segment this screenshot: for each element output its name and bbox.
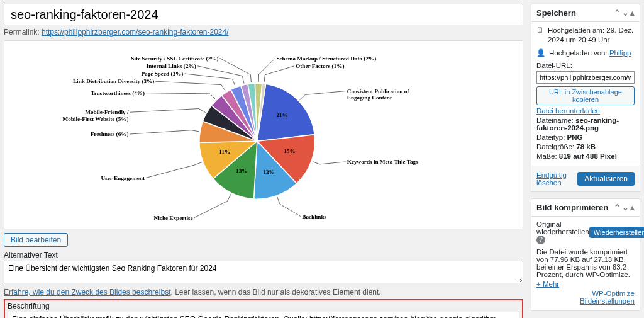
caption-input[interactable] (8, 312, 519, 318)
svg-text:User Engagement: User Engagement (101, 175, 145, 181)
delete-link[interactable]: Endgültig löschen (536, 171, 577, 186)
permalink-label: Permalink: (4, 28, 40, 37)
compress-panel-header[interactable]: Bild komprimieren ⌃⌄▴ (531, 199, 640, 217)
calendar-icon: 🗓 (536, 26, 544, 35)
svg-text:Niche Expertise: Niche Expertise (154, 215, 193, 221)
svg-text:Freshness (6%): Freshness (6%) (91, 131, 129, 137)
caption-highlighted: Beschriftung (4, 299, 523, 318)
settings-link[interactable]: WP-Optimize Bildeinstellungen (580, 290, 635, 305)
copy-url-button[interactable]: URL in Zwischenablage kopieren (536, 86, 635, 105)
chevron-down-icon[interactable]: ⌄ (622, 8, 629, 18)
svg-text:21%: 21% (276, 112, 287, 118)
permalink-url[interactable]: https://philipphirzberger.com/seo-rankin… (42, 28, 229, 37)
svg-text:13%: 13% (236, 168, 247, 174)
restore-button[interactable]: Wiederherstellen (589, 227, 644, 238)
uploader-link[interactable]: Philipp (609, 49, 631, 57)
help-icon[interactable]: ? (536, 236, 545, 244)
svg-text:13%: 13% (263, 169, 274, 175)
toggle-icon[interactable]: ▴ (630, 8, 635, 18)
svg-text:Mobile-First Website (5%): Mobile-First Website (5%) (63, 116, 129, 122)
svg-text:Engaging Content: Engaging Content (347, 94, 392, 101)
user-icon: 👤 (536, 48, 545, 58)
permalink: Permalink: https://philipphirzberger.com… (4, 28, 523, 37)
save-panel: Speichern ⌃⌄▴ 🗓Hochgeladen am: 29. Dez. … (531, 4, 640, 192)
svg-text:Link Distribution Diversity (3: Link Distribution Diversity (3%) (73, 78, 154, 84)
svg-text:Consistent Publication of: Consistent Publication of (347, 88, 409, 94)
svg-text:Schema Markup / Structured Dat: Schema Markup / Structured Data (2%) (276, 55, 376, 62)
svg-text:15%: 15% (284, 148, 295, 154)
svg-text:11%: 11% (219, 149, 230, 155)
svg-text:Other Factors (1%): Other Factors (1%) (296, 63, 344, 69)
toggle-icon[interactable]: ▴ (630, 203, 635, 212)
alt-text-help-link[interactable]: Erfahre, wie du den Zweck des Bildes bes… (4, 288, 170, 297)
attachment-image: 21%15%13%13%11%Consistent Publication of… (4, 40, 523, 229)
title-input[interactable] (4, 4, 523, 25)
svg-text:Keywords in Meta Title Tags: Keywords in Meta Title Tags (347, 159, 418, 165)
compress-panel: Bild komprimieren ⌃⌄▴ Original wiederher… (531, 198, 640, 311)
download-link[interactable]: Datei herunterladen (536, 107, 600, 115)
edit-image-button[interactable]: Bild bearbeiten (4, 233, 68, 247)
chevron-down-icon[interactable]: ⌄ (622, 203, 629, 212)
svg-text:Site Security / SSL Certificat: Site Security / SSL Certificate (2%) (131, 55, 218, 62)
chevron-up-icon[interactable]: ⌃ (614, 203, 621, 212)
save-panel-header[interactable]: Speichern ⌃⌄▴ (531, 4, 640, 22)
chevron-up-icon[interactable]: ⌃ (614, 8, 621, 18)
svg-text:Internal Links (2%): Internal Links (2%) (147, 63, 196, 69)
update-button[interactable]: Aktualisieren (577, 172, 635, 186)
file-url-input[interactable] (536, 71, 635, 84)
more-link[interactable]: + Mehr (536, 280, 559, 288)
svg-text:Mobile-Friendly /: Mobile-Friendly / (85, 109, 129, 115)
svg-text:Backlinks: Backlinks (302, 213, 326, 220)
svg-text:Trustworthiness (4%): Trustworthiness (4%) (91, 90, 145, 96)
alt-text-label: Alternativer Text (4, 251, 523, 259)
svg-text:Page Speed (3%): Page Speed (3%) (141, 71, 183, 77)
alt-text-input[interactable] (4, 261, 523, 283)
caption-label: Beschriftung (8, 302, 519, 310)
alt-text-help: Erfahre, wie du den Zweck des Bildes bes… (4, 288, 523, 297)
